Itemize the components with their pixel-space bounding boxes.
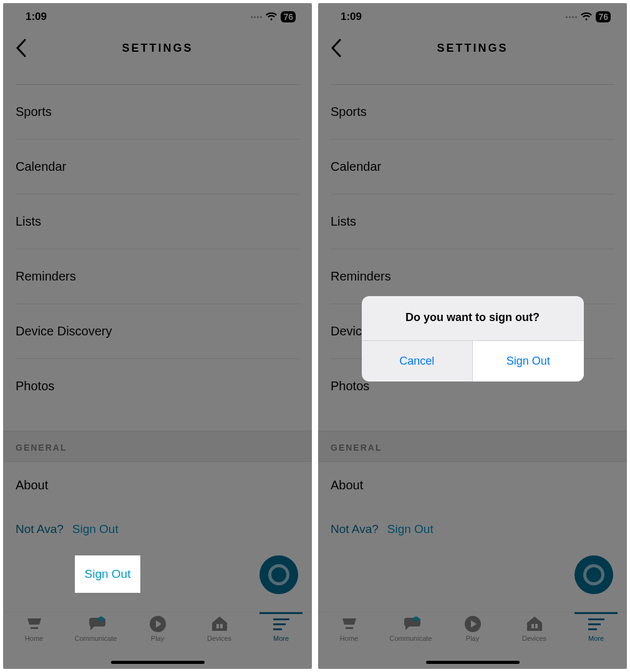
tab-label: Home: [25, 635, 43, 642]
alexa-icon: [583, 564, 604, 585]
setting-lists[interactable]: Lists: [331, 194, 614, 249]
play-icon: [148, 616, 167, 632]
svg-point-1: [99, 617, 104, 622]
tab-label: Devices: [207, 635, 231, 642]
page-title: SETTINGS: [437, 42, 508, 55]
setting-photos[interactable]: Photos: [16, 359, 299, 413]
dialog-title: Do you want to sign out?: [362, 296, 584, 340]
more-icon: [272, 616, 291, 632]
alexa-fab[interactable]: [574, 555, 613, 594]
dialog-sign-out-button[interactable]: Sign Out: [472, 341, 584, 382]
sign-out-dialog: Do you want to sign out? Cancel Sign Out: [362, 296, 584, 382]
svg-rect-13: [588, 618, 604, 620]
sign-out-link[interactable]: Sign Out: [387, 522, 434, 536]
devices-icon: [525, 616, 544, 632]
dialog-cancel-button[interactable]: Cancel: [362, 341, 473, 382]
setting-lists[interactable]: Lists: [16, 194, 299, 249]
settings-list[interactable]: Sports Calendar Lists Reminders Device D…: [3, 65, 312, 612]
svg-rect-15: [588, 628, 597, 630]
signal-icon: [566, 16, 577, 18]
devices-icon: [210, 616, 229, 632]
svg-point-9: [414, 617, 419, 622]
tab-label: Communicate: [390, 635, 432, 642]
signout-row: Not Ava? Sign Out: [318, 505, 627, 545]
highlight-sign-out[interactable]: Sign Out: [75, 555, 140, 593]
more-icon: [587, 616, 606, 632]
setting-sports[interactable]: Sports: [331, 85, 614, 140]
setting-calendar[interactable]: Calendar: [331, 140, 614, 194]
svg-rect-3: [216, 624, 219, 628]
alexa-fab[interactable]: [259, 555, 298, 594]
back-button[interactable]: [331, 39, 342, 57]
tab-label: More: [273, 635, 289, 642]
home-indicator: [426, 661, 520, 664]
setting-about[interactable]: About: [16, 462, 299, 505]
tab-label: Home: [340, 635, 358, 642]
svg-rect-8: [346, 627, 353, 629]
svg-rect-11: [531, 624, 534, 628]
back-button[interactable]: [16, 39, 27, 57]
tab-label: Devices: [522, 635, 546, 642]
not-user-link[interactable]: Not Ava?: [331, 522, 379, 536]
signal-icon: [251, 16, 262, 18]
status-bar: 1:09 76: [318, 3, 627, 31]
svg-rect-4: [220, 624, 223, 628]
setting-sports[interactable]: Sports: [16, 85, 299, 140]
tab-label: Communicate: [75, 635, 117, 642]
wifi-icon: [266, 12, 277, 21]
svg-rect-5: [273, 618, 289, 620]
status-time: 1:09: [26, 11, 47, 23]
nav-header: SETTINGS: [3, 31, 312, 65]
dialog-buttons: Cancel Sign Out: [362, 340, 584, 382]
wifi-icon: [581, 12, 592, 21]
tab-label: More: [588, 635, 604, 642]
setting-device-discovery[interactable]: Device Discovery: [16, 304, 299, 359]
communicate-icon: [402, 616, 420, 632]
setting-about[interactable]: About: [331, 462, 614, 505]
screenshot-left: 1:09 76 SETTINGS Sports Calendar Lists R…: [3, 3, 312, 669]
tab-label: Play: [151, 635, 164, 642]
status-right: 76: [566, 11, 611, 22]
section-general: GENERAL: [3, 431, 312, 462]
svg-rect-6: [273, 623, 286, 625]
play-icon: [463, 616, 482, 632]
battery-level: 76: [596, 11, 611, 22]
tab-home[interactable]: Home: [318, 616, 380, 669]
svg-rect-0: [31, 627, 38, 629]
status-right: 76: [251, 11, 296, 22]
svg-rect-12: [535, 624, 538, 628]
tab-more[interactable]: More: [565, 616, 627, 669]
not-user-link[interactable]: Not Ava?: [16, 522, 64, 536]
communicate-icon: [87, 616, 105, 632]
sign-out-link[interactable]: Sign Out: [72, 522, 119, 536]
svg-rect-14: [588, 623, 601, 625]
tab-more[interactable]: More: [250, 616, 312, 669]
tab-home[interactable]: Home: [3, 616, 65, 669]
setting-calendar[interactable]: Calendar: [16, 140, 299, 194]
battery-level: 76: [281, 11, 296, 22]
status-bar: 1:09 76: [3, 3, 312, 31]
section-general: GENERAL: [318, 431, 627, 462]
home-indicator: [111, 661, 205, 664]
screenshot-right: 1:09 76 SETTINGS Sports Calendar Lists R…: [318, 3, 627, 669]
svg-rect-7: [273, 628, 282, 630]
setting-reminders[interactable]: Reminders: [16, 249, 299, 304]
home-icon: [25, 616, 44, 632]
tab-label: Play: [466, 635, 479, 642]
status-time: 1:09: [341, 11, 362, 23]
home-icon: [340, 616, 359, 632]
signout-row: Not Ava? Sign Out: [3, 505, 312, 545]
nav-header: SETTINGS: [318, 31, 627, 65]
alexa-icon: [268, 564, 289, 585]
page-title: SETTINGS: [122, 42, 193, 55]
